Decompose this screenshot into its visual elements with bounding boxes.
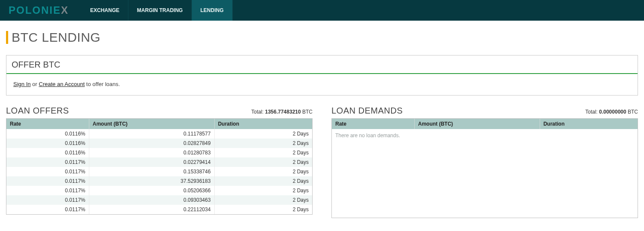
table-header-row: Rate Amount (BTC) Duration: [6, 119, 312, 129]
total-unit: BTC: [626, 109, 638, 115]
cell-amount: 0.15338746: [89, 167, 214, 176]
total-value: 1356.77483210: [265, 109, 301, 115]
table-header-row: Rate Amount (BTC) Duration: [332, 119, 638, 129]
table-row[interactable]: 0.0116%0.111785772 Days: [6, 129, 312, 139]
nav-lending[interactable]: LENDING: [192, 0, 233, 21]
nav-label: EXCHANGE: [90, 7, 119, 13]
brand-text-x: X: [61, 4, 69, 16]
cell-duration: 2 Days: [214, 157, 312, 167]
cell-amount: 0.22112034: [89, 205, 214, 214]
nav-exchange[interactable]: EXCHANGE: [82, 0, 128, 21]
col-amount[interactable]: Amount (BTC): [414, 119, 540, 129]
col-amount[interactable]: Amount (BTC): [89, 119, 214, 129]
table-row[interactable]: 0.0117%0.153387462 Days: [6, 167, 312, 176]
table-row[interactable]: 0.0117%0.022794142 Days: [6, 157, 312, 167]
cell-duration: 2 Days: [214, 139, 312, 148]
cell-amount: 0.09303463: [89, 195, 214, 205]
columns: LOAN OFFERS Total: 1356.77483210 BTC Rat…: [0, 104, 644, 218]
nav-margin-trading[interactable]: MARGIN TRADING: [128, 0, 192, 21]
loan-demands-empty: There are no loan demands.: [332, 129, 638, 142]
loan-offers-scroll[interactable]: 0.0116%0.111785772 Days0.0116%0.02827849…: [6, 129, 312, 214]
cell-duration: 2 Days: [214, 167, 312, 176]
accent-bar: [6, 31, 8, 44]
cell-duration: 2 Days: [214, 186, 312, 195]
table-row[interactable]: 0.0117%0.052063662 Days: [6, 186, 312, 195]
page-title-wrap: BTC LENDING: [0, 21, 644, 55]
page-title: BTC LENDING: [12, 30, 100, 45]
cell-duration: 2 Days: [214, 176, 312, 186]
loan-demands-head: LOAN DEMANDS Total: 0.00000000 BTC: [331, 104, 638, 118]
nav-label: LENDING: [200, 7, 224, 13]
cell-rate: 0.0117%: [6, 195, 89, 205]
loan-demands-total: Total: 0.00000000 BTC: [585, 109, 638, 115]
total-value: 0.00000000: [599, 109, 626, 115]
cell-rate: 0.0117%: [6, 205, 89, 214]
offer-header: OFFER BTC: [6, 55, 638, 74]
cell-amount: 0.02827849: [89, 139, 214, 148]
cell-duration: 2 Days: [214, 129, 312, 139]
total-label: Total:: [251, 109, 265, 115]
col-duration[interactable]: Duration: [214, 119, 312, 129]
cell-rate: 0.0117%: [6, 176, 89, 186]
cell-rate: 0.0116%: [6, 148, 89, 157]
loan-offers-section: LOAN OFFERS Total: 1356.77483210 BTC Rat…: [6, 104, 313, 218]
top-nav: POLONIEX EXCHANGE MARGIN TRADING LENDING: [0, 0, 644, 21]
col-rate[interactable]: Rate: [332, 119, 414, 129]
cell-rate: 0.0117%: [6, 186, 89, 195]
offer-box: OFFER BTC Sign In or Create an Account t…: [6, 55, 638, 95]
table-row[interactable]: 0.0117%0.093034632 Days: [6, 195, 312, 205]
nav-label: MARGIN TRADING: [137, 7, 183, 13]
sign-in-link[interactable]: Sign In: [13, 81, 30, 87]
col-rate[interactable]: Rate: [6, 119, 89, 129]
table-row[interactable]: 0.0117%0.221120342 Days: [6, 205, 312, 214]
loan-offers-header-table: Rate Amount (BTC) Duration: [6, 119, 312, 129]
cell-rate: 0.0116%: [6, 139, 89, 148]
loan-offers-title: LOAN OFFERS: [6, 106, 69, 116]
total-label: Total:: [585, 109, 599, 115]
cell-amount: 0.11178577: [89, 129, 214, 139]
cell-rate: 0.0116%: [6, 129, 89, 139]
table-row[interactable]: 0.0116%0.012807832 Days: [6, 148, 312, 157]
cell-duration: 2 Days: [214, 205, 312, 214]
loan-offers-total: Total: 1356.77483210 BTC: [251, 109, 313, 115]
loan-offers-head: LOAN OFFERS Total: 1356.77483210 BTC: [6, 104, 313, 118]
cell-amount: 0.01280783: [89, 148, 214, 157]
table-row[interactable]: 0.0117%37.529361832 Days: [6, 176, 312, 186]
loan-offers-body-table: 0.0116%0.111785772 Days0.0116%0.02827849…: [6, 129, 312, 214]
cell-rate: 0.0117%: [6, 157, 89, 167]
table-row[interactable]: 0.0116%0.028278492 Days: [6, 139, 312, 148]
brand-logo[interactable]: POLONIEX: [9, 0, 82, 21]
offer-suffix: to offer loans.: [85, 81, 120, 87]
cell-amount: 0.02279414: [89, 157, 214, 167]
create-account-link[interactable]: Create an Account: [39, 81, 85, 87]
cell-duration: 2 Days: [214, 195, 312, 205]
loan-demands-section: LOAN DEMANDS Total: 0.00000000 BTC Rate …: [331, 104, 638, 218]
loan-offers-table-wrap: Rate Amount (BTC) Duration 0.0116%0.1117…: [6, 118, 313, 215]
cell-duration: 2 Days: [214, 148, 312, 157]
loan-demands-body: There are no loan demands.: [332, 129, 638, 218]
cell-amount: 37.52936183: [89, 176, 214, 186]
cell-amount: 0.05206366: [89, 186, 214, 195]
col-duration[interactable]: Duration: [540, 119, 638, 129]
loan-demands-header-table: Rate Amount (BTC) Duration: [332, 119, 638, 129]
brand-text-main: POLONIE: [9, 4, 61, 16]
loan-demands-title: LOAN DEMANDS: [331, 106, 403, 116]
total-unit: BTC: [301, 109, 313, 115]
loan-demands-table-wrap: Rate Amount (BTC) Duration There are no …: [331, 118, 638, 218]
offer-or: or: [30, 81, 39, 87]
cell-rate: 0.0117%: [6, 167, 89, 176]
offer-body: Sign In or Create an Account to offer lo…: [6, 74, 638, 95]
